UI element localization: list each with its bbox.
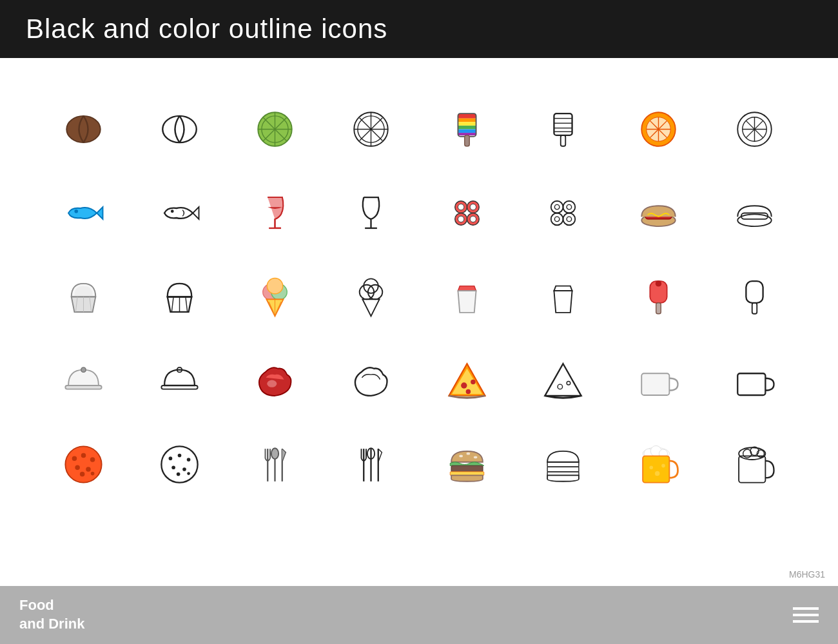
svg-point-111 — [187, 472, 190, 475]
svg-point-62 — [737, 214, 772, 226]
svg-point-109 — [182, 467, 186, 471]
popsicle-outline-icon — [518, 90, 608, 168]
svg-point-105 — [168, 456, 172, 460]
cup-with-lid-outline-icon — [518, 258, 608, 335]
svg-point-40 — [74, 209, 78, 213]
svg-rect-21 — [465, 135, 470, 146]
svg-point-108 — [171, 465, 175, 469]
popsicle-on-stick-outline-icon — [710, 258, 799, 335]
menu-line-3 — [793, 620, 819, 623]
cup-with-lid-color-icon — [422, 258, 512, 335]
hotdog-color-icon — [614, 174, 704, 251]
svg-rect-83 — [752, 302, 757, 313]
svg-line-67 — [171, 297, 173, 311]
svg-point-80 — [656, 280, 661, 286]
svg-point-84 — [81, 367, 86, 372]
ice-cream-cone-outline-icon — [326, 258, 416, 335]
coffee-bean-outline-icon — [135, 90, 224, 168]
svg-point-90 — [471, 379, 476, 384]
svg-rect-85 — [65, 385, 101, 389]
mug-color-icon — [614, 342, 704, 419]
svg-point-50 — [458, 216, 463, 222]
steak-outline-icon — [326, 342, 416, 419]
svg-point-101 — [86, 467, 91, 472]
svg-point-98 — [81, 453, 86, 458]
svg-point-52 — [551, 200, 563, 213]
svg-point-104 — [161, 446, 197, 482]
pizza-slice-outline-icon — [518, 342, 608, 419]
svg-point-106 — [177, 453, 181, 457]
lime-color-icon — [231, 90, 320, 168]
svg-rect-15 — [458, 118, 476, 122]
svg-point-103 — [91, 471, 95, 475]
svg-point-99 — [90, 457, 95, 462]
sushi-color-icon — [422, 174, 512, 251]
svg-point-72 — [268, 278, 283, 293]
page-title: Black and color outline icons — [26, 14, 387, 44]
orange-slice-color-icon — [614, 90, 704, 168]
cookie-outline-icon — [135, 425, 224, 503]
svg-rect-82 — [746, 281, 763, 303]
svg-point-55 — [563, 213, 575, 225]
svg-point-125 — [466, 452, 470, 454]
fish-color-icon — [39, 174, 128, 251]
main-content — [0, 58, 838, 535]
cutlery-color-icon — [231, 425, 320, 503]
svg-point-91 — [466, 389, 471, 394]
svg-point-54 — [551, 213, 563, 225]
svg-point-56 — [554, 204, 560, 210]
svg-point-93 — [567, 381, 570, 385]
svg-rect-136 — [643, 456, 670, 482]
svg-rect-94 — [642, 373, 670, 395]
svg-point-137 — [650, 465, 654, 469]
svg-point-41 — [171, 210, 174, 213]
svg-rect-87 — [161, 385, 197, 389]
menu-line-2 — [793, 614, 819, 616]
svg-point-100 — [75, 465, 80, 470]
serving-dish-outline-icon — [135, 342, 224, 419]
footer: Foodand Drink — [0, 586, 838, 644]
footer-menu-icon[interactable] — [793, 607, 819, 623]
svg-rect-127 — [451, 465, 483, 471]
svg-point-49 — [470, 204, 476, 210]
svg-point-97 — [72, 456, 77, 461]
beer-mug-color-icon — [614, 425, 704, 503]
wine-glass-outline-icon — [326, 174, 416, 251]
svg-point-58 — [554, 217, 560, 222]
hotdog-outline-icon — [710, 174, 799, 251]
svg-point-126 — [474, 456, 478, 458]
svg-point-89 — [461, 382, 467, 388]
fish-outline-icon — [135, 174, 224, 251]
serving-dish-color-icon — [39, 342, 128, 419]
ice-cream-cone-color-icon — [231, 258, 320, 335]
svg-point-51 — [470, 216, 476, 222]
svg-rect-14 — [458, 113, 476, 119]
burger-color-icon — [422, 425, 512, 503]
beer-mug-outline-icon — [710, 425, 799, 503]
pizza-slice-color-icon — [422, 342, 512, 419]
svg-rect-129 — [547, 462, 579, 467]
svg-point-57 — [567, 204, 572, 210]
coffee-bean-color-icon — [39, 90, 128, 168]
cupcake-color-icon — [39, 258, 128, 335]
svg-point-124 — [459, 454, 463, 457]
svg-point-139 — [662, 463, 666, 467]
svg-rect-27 — [560, 135, 565, 146]
svg-point-88 — [268, 380, 277, 387]
cupcake-outline-icon — [135, 258, 224, 335]
svg-rect-130 — [547, 467, 579, 472]
footer-title: Foodand Drink — [19, 596, 84, 633]
svg-rect-81 — [656, 302, 661, 313]
svg-point-102 — [80, 471, 85, 476]
header: Black and color outline icons — [0, 0, 838, 58]
svg-point-53 — [563, 200, 575, 213]
wine-glass-color-icon — [231, 174, 320, 251]
lime-outline-icon — [326, 90, 416, 168]
svg-point-96 — [65, 446, 101, 482]
burger-outline-icon — [518, 425, 608, 503]
icons-grid — [39, 77, 799, 516]
svg-point-1 — [162, 115, 197, 142]
svg-rect-95 — [737, 373, 765, 395]
svg-point-59 — [567, 217, 572, 222]
cutlery-outline-icon — [326, 425, 416, 503]
